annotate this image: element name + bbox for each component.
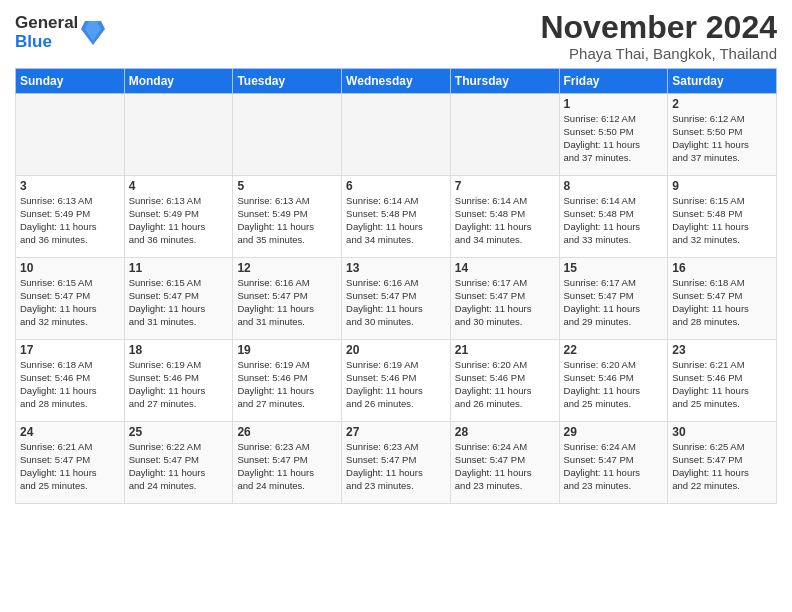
calendar-cell: 24Sunrise: 6:21 AMSunset: 5:47 PMDayligh… [16,422,125,504]
day-info: Sunrise: 6:19 AMSunset: 5:46 PMDaylight:… [237,359,337,410]
day-info: Sunrise: 6:15 AMSunset: 5:47 PMDaylight:… [20,277,120,328]
calendar-cell: 11Sunrise: 6:15 AMSunset: 5:47 PMDayligh… [124,258,233,340]
calendar-cell: 20Sunrise: 6:19 AMSunset: 5:46 PMDayligh… [342,340,451,422]
day-number: 19 [237,343,337,357]
day-info: Sunrise: 6:17 AMSunset: 5:47 PMDaylight:… [564,277,664,328]
day-info: Sunrise: 6:15 AMSunset: 5:48 PMDaylight:… [672,195,772,246]
day-number: 13 [346,261,446,275]
calendar-cell: 3Sunrise: 6:13 AMSunset: 5:49 PMDaylight… [16,176,125,258]
calendar-cell: 29Sunrise: 6:24 AMSunset: 5:47 PMDayligh… [559,422,668,504]
day-info: Sunrise: 6:13 AMSunset: 5:49 PMDaylight:… [237,195,337,246]
day-number: 21 [455,343,555,357]
day-number: 17 [20,343,120,357]
day-number: 20 [346,343,446,357]
week-row-2: 3Sunrise: 6:13 AMSunset: 5:49 PMDaylight… [16,176,777,258]
day-number: 29 [564,425,664,439]
col-header-thursday: Thursday [450,69,559,94]
day-number: 10 [20,261,120,275]
day-info: Sunrise: 6:22 AMSunset: 5:47 PMDaylight:… [129,441,229,492]
day-info: Sunrise: 6:12 AMSunset: 5:50 PMDaylight:… [564,113,664,164]
day-info: Sunrise: 6:13 AMSunset: 5:49 PMDaylight:… [129,195,229,246]
day-number: 12 [237,261,337,275]
day-info: Sunrise: 6:12 AMSunset: 5:50 PMDaylight:… [672,113,772,164]
calendar-cell: 5Sunrise: 6:13 AMSunset: 5:49 PMDaylight… [233,176,342,258]
week-row-4: 17Sunrise: 6:18 AMSunset: 5:46 PMDayligh… [16,340,777,422]
calendar-cell: 18Sunrise: 6:19 AMSunset: 5:46 PMDayligh… [124,340,233,422]
col-header-monday: Monday [124,69,233,94]
logo-line1: General [15,14,78,33]
main-container: General Blue November 2024 Phaya Thai, B… [0,0,792,514]
day-info: Sunrise: 6:15 AMSunset: 5:47 PMDaylight:… [129,277,229,328]
day-info: Sunrise: 6:21 AMSunset: 5:46 PMDaylight:… [672,359,772,410]
header-row: SundayMondayTuesdayWednesdayThursdayFrid… [16,69,777,94]
day-number: 14 [455,261,555,275]
day-info: Sunrise: 6:17 AMSunset: 5:47 PMDaylight:… [455,277,555,328]
calendar-cell: 22Sunrise: 6:20 AMSunset: 5:46 PMDayligh… [559,340,668,422]
col-header-tuesday: Tuesday [233,69,342,94]
logo-line2: Blue [15,33,78,52]
day-info: Sunrise: 6:14 AMSunset: 5:48 PMDaylight:… [564,195,664,246]
calendar-cell: 25Sunrise: 6:22 AMSunset: 5:47 PMDayligh… [124,422,233,504]
day-info: Sunrise: 6:18 AMSunset: 5:46 PMDaylight:… [20,359,120,410]
day-number: 8 [564,179,664,193]
day-number: 4 [129,179,229,193]
calendar-cell: 1Sunrise: 6:12 AMSunset: 5:50 PMDaylight… [559,94,668,176]
calendar-cell: 21Sunrise: 6:20 AMSunset: 5:46 PMDayligh… [450,340,559,422]
calendar-cell: 7Sunrise: 6:14 AMSunset: 5:48 PMDaylight… [450,176,559,258]
logo: General Blue [15,14,105,51]
day-number: 1 [564,97,664,111]
day-info: Sunrise: 6:19 AMSunset: 5:46 PMDaylight:… [346,359,446,410]
day-number: 15 [564,261,664,275]
header: General Blue November 2024 Phaya Thai, B… [15,10,777,62]
day-number: 22 [564,343,664,357]
day-number: 25 [129,425,229,439]
day-info: Sunrise: 6:21 AMSunset: 5:47 PMDaylight:… [20,441,120,492]
day-number: 18 [129,343,229,357]
day-number: 5 [237,179,337,193]
day-number: 2 [672,97,772,111]
day-info: Sunrise: 6:24 AMSunset: 5:47 PMDaylight:… [455,441,555,492]
calendar-cell: 8Sunrise: 6:14 AMSunset: 5:48 PMDaylight… [559,176,668,258]
week-row-5: 24Sunrise: 6:21 AMSunset: 5:47 PMDayligh… [16,422,777,504]
calendar-cell: 27Sunrise: 6:23 AMSunset: 5:47 PMDayligh… [342,422,451,504]
day-info: Sunrise: 6:18 AMSunset: 5:47 PMDaylight:… [672,277,772,328]
day-info: Sunrise: 6:25 AMSunset: 5:47 PMDaylight:… [672,441,772,492]
calendar-cell: 26Sunrise: 6:23 AMSunset: 5:47 PMDayligh… [233,422,342,504]
day-number: 28 [455,425,555,439]
day-number: 6 [346,179,446,193]
calendar-cell: 19Sunrise: 6:19 AMSunset: 5:46 PMDayligh… [233,340,342,422]
day-info: Sunrise: 6:13 AMSunset: 5:49 PMDaylight:… [20,195,120,246]
calendar-cell: 10Sunrise: 6:15 AMSunset: 5:47 PMDayligh… [16,258,125,340]
day-info: Sunrise: 6:19 AMSunset: 5:46 PMDaylight:… [129,359,229,410]
week-row-3: 10Sunrise: 6:15 AMSunset: 5:47 PMDayligh… [16,258,777,340]
day-number: 26 [237,425,337,439]
logo-icon [81,19,105,47]
calendar-cell: 9Sunrise: 6:15 AMSunset: 5:48 PMDaylight… [668,176,777,258]
day-info: Sunrise: 6:20 AMSunset: 5:46 PMDaylight:… [455,359,555,410]
calendar-cell [233,94,342,176]
day-number: 7 [455,179,555,193]
day-info: Sunrise: 6:16 AMSunset: 5:47 PMDaylight:… [346,277,446,328]
title-area: November 2024 Phaya Thai, Bangkok, Thail… [540,10,777,62]
calendar-cell: 6Sunrise: 6:14 AMSunset: 5:48 PMDaylight… [342,176,451,258]
calendar-cell: 4Sunrise: 6:13 AMSunset: 5:49 PMDaylight… [124,176,233,258]
calendar-cell [342,94,451,176]
day-info: Sunrise: 6:14 AMSunset: 5:48 PMDaylight:… [455,195,555,246]
day-info: Sunrise: 6:16 AMSunset: 5:47 PMDaylight:… [237,277,337,328]
calendar-cell: 15Sunrise: 6:17 AMSunset: 5:47 PMDayligh… [559,258,668,340]
calendar-cell: 28Sunrise: 6:24 AMSunset: 5:47 PMDayligh… [450,422,559,504]
calendar-cell: 2Sunrise: 6:12 AMSunset: 5:50 PMDaylight… [668,94,777,176]
week-row-1: 1Sunrise: 6:12 AMSunset: 5:50 PMDaylight… [16,94,777,176]
calendar-cell [124,94,233,176]
day-info: Sunrise: 6:23 AMSunset: 5:47 PMDaylight:… [346,441,446,492]
day-info: Sunrise: 6:24 AMSunset: 5:47 PMDaylight:… [564,441,664,492]
day-number: 27 [346,425,446,439]
calendar-cell: 23Sunrise: 6:21 AMSunset: 5:46 PMDayligh… [668,340,777,422]
day-number: 30 [672,425,772,439]
day-number: 11 [129,261,229,275]
day-info: Sunrise: 6:23 AMSunset: 5:47 PMDaylight:… [237,441,337,492]
calendar-table: SundayMondayTuesdayWednesdayThursdayFrid… [15,68,777,504]
calendar-cell: 17Sunrise: 6:18 AMSunset: 5:46 PMDayligh… [16,340,125,422]
col-header-wednesday: Wednesday [342,69,451,94]
day-number: 9 [672,179,772,193]
